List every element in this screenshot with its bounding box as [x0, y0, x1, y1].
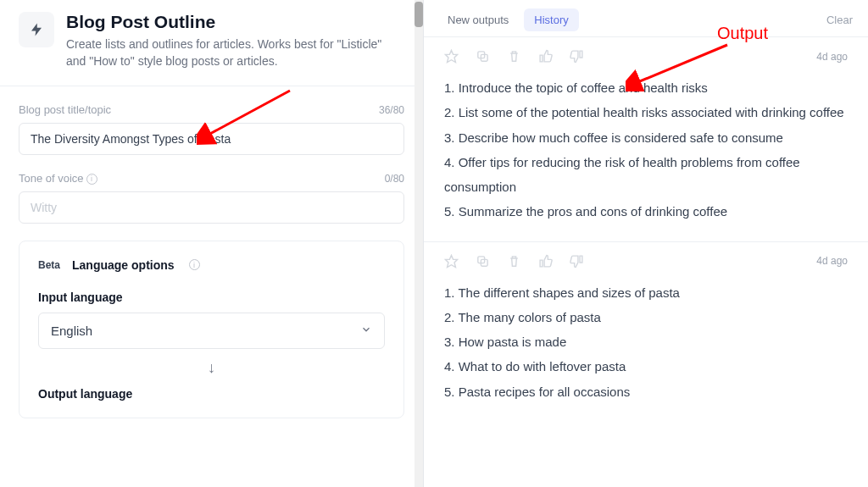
list-item: 2. List some of the potential health ris…: [444, 100, 848, 125]
outline-list: 1. The different shapes and sizes of pas…: [444, 280, 848, 404]
copy-icon[interactable]: [476, 49, 490, 64]
thumbs-up-icon[interactable]: [538, 254, 553, 268]
list-item: 2. The many colors of pasta: [444, 305, 848, 329]
tone-label: Tone of voicei: [19, 172, 97, 185]
card-actions: [444, 49, 584, 64]
topic-label: Blog post title/topic: [19, 103, 111, 116]
template-description: Create lists and outlines for articles. …: [66, 36, 404, 70]
scrollbar-thumb[interactable]: [415, 2, 423, 27]
topic-char-count: 36/80: [379, 104, 404, 116]
list-item: 4. What to do with leftover pasta: [444, 354, 848, 379]
template-text: Blog Post Outline Create lists and outli…: [66, 12, 404, 70]
arrow-down-icon: ↓: [38, 359, 385, 377]
list-item: 1. Introduce the topic of coffee and hea…: [444, 75, 848, 100]
beta-badge: Beta: [38, 259, 60, 271]
tone-char-count: 0/80: [385, 173, 404, 185]
tone-input[interactable]: [19, 191, 404, 224]
trash-icon[interactable]: [507, 49, 521, 64]
time-ago: 4d ago: [816, 255, 848, 267]
thumbs-up-icon[interactable]: [538, 49, 553, 64]
clear-button[interactable]: Clear: [826, 14, 853, 26]
copy-icon[interactable]: [476, 254, 490, 268]
list-item: 3. How pasta is made: [444, 329, 848, 354]
tab-history[interactable]: History: [524, 8, 578, 31]
left-panel: Blog Post Outline Create lists and outli…: [0, 0, 424, 487]
card-actions: [444, 254, 584, 268]
input-language-value: English: [51, 324, 92, 338]
thumbs-down-icon[interactable]: [570, 49, 584, 64]
list-item: 1. The different shapes and sizes of pas…: [444, 280, 848, 305]
list-item: 5. Summarize the pros and cons of drinki…: [444, 199, 848, 224]
star-icon[interactable]: [444, 254, 459, 268]
output-tabs: New outputs History Clear: [424, 0, 868, 36]
thumbs-down-icon[interactable]: [570, 254, 584, 268]
list-item: 4. Offer tips for reducing the risk of h…: [444, 150, 848, 200]
topic-input[interactable]: [19, 123, 404, 155]
svg-marker-0: [445, 50, 457, 62]
chevron-down-icon: [360, 324, 372, 338]
form-section: Blog post title/topic 36/80 Tone of voic…: [0, 86, 423, 418]
output-language-label: Output language: [38, 387, 385, 401]
input-language-label: Input language: [38, 291, 385, 304]
time-ago: 4d ago: [816, 51, 848, 63]
list-item: 5. Pasta recipes for all occasions: [444, 379, 848, 404]
input-language-select[interactable]: English: [38, 313, 385, 349]
info-icon[interactable]: i: [189, 259, 200, 270]
output-card: 4d ago 1. Introduce the topic of coffee …: [424, 36, 868, 241]
scrollbar[interactable]: [415, 0, 423, 487]
svg-marker-3: [445, 255, 457, 267]
annotation-label: Output: [717, 24, 768, 43]
star-icon[interactable]: [444, 49, 459, 64]
output-card: 4d ago 1. The different shapes and sizes…: [424, 241, 868, 421]
lightning-icon: [29, 22, 44, 37]
right-panel: New outputs History Clear 4d ago 1. Intr…: [424, 0, 868, 487]
topic-field-group: Blog post title/topic 36/80: [19, 103, 404, 155]
template-title: Blog Post Outline: [66, 12, 404, 32]
info-icon[interactable]: i: [86, 174, 97, 185]
trash-icon[interactable]: [507, 254, 521, 268]
template-icon: [19, 12, 54, 47]
tab-new-outputs[interactable]: New outputs: [439, 8, 517, 31]
list-item: 3. Describe how much coffee is considere…: [444, 125, 848, 150]
language-options-box: Beta Language options i Input language E…: [19, 241, 404, 418]
language-options-title: Language options: [72, 258, 175, 272]
tone-field-group: Tone of voicei 0/80: [19, 172, 404, 224]
outline-list: 1. Introduce the topic of coffee and hea…: [444, 75, 848, 224]
template-header: Blog Post Outline Create lists and outli…: [0, 0, 423, 86]
